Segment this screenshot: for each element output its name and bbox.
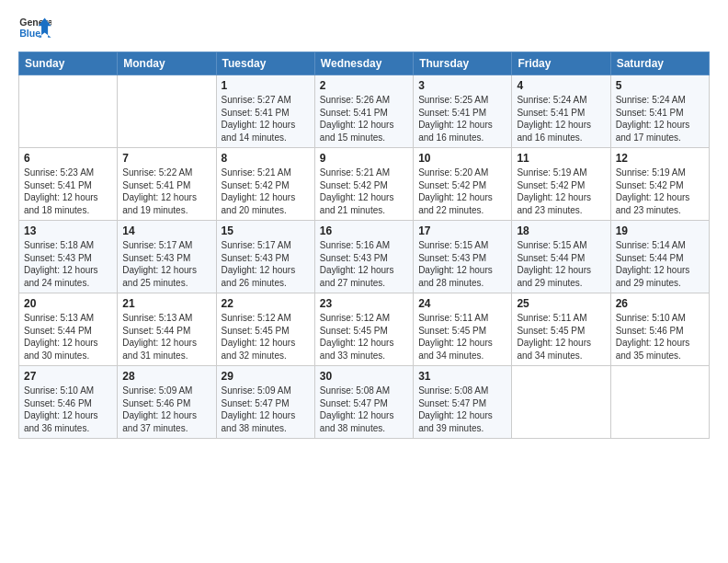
calendar-cell: 19Sunrise: 5:14 AM Sunset: 5:44 PM Dayli…: [610, 221, 709, 293]
calendar-cell: [512, 366, 610, 439]
calendar-table: SundayMondayTuesdayWednesdayThursdayFrid…: [18, 52, 710, 439]
day-number: 7: [122, 152, 210, 165]
day-info: Sunrise: 5:19 AM Sunset: 5:42 PM Dayligh…: [517, 167, 605, 216]
day-number: 23: [320, 297, 408, 310]
day-number: 25: [517, 297, 605, 310]
day-info: Sunrise: 5:15 AM Sunset: 5:43 PM Dayligh…: [418, 239, 506, 289]
calendar-cell: 24Sunrise: 5:11 AM Sunset: 5:45 PM Dayli…: [414, 293, 512, 366]
day-number: 27: [24, 370, 112, 383]
day-info: Sunrise: 5:14 AM Sunset: 5:44 PM Dayligh…: [616, 239, 704, 289]
day-number: 14: [122, 224, 210, 237]
day-number: 16: [320, 224, 408, 237]
calendar-cell: 28Sunrise: 5:09 AM Sunset: 5:46 PM Dayli…: [118, 366, 216, 439]
day-info: Sunrise: 5:13 AM Sunset: 5:44 PM Dayligh…: [122, 312, 210, 362]
day-info: Sunrise: 5:10 AM Sunset: 5:46 PM Dayligh…: [24, 385, 112, 434]
day-number: 28: [122, 370, 210, 383]
day-number: 26: [616, 297, 704, 310]
day-number: 6: [24, 152, 112, 165]
calendar-cell: [19, 75, 118, 148]
calendar-week-row: 1Sunrise: 5:27 AM Sunset: 5:41 PM Daylig…: [19, 75, 710, 148]
calendar-header-row: SundayMondayTuesdayWednesdayThursdayFrid…: [19, 52, 710, 75]
day-number: 17: [418, 224, 506, 237]
day-info: Sunrise: 5:08 AM Sunset: 5:47 PM Dayligh…: [320, 385, 408, 434]
calendar-cell: 11Sunrise: 5:19 AM Sunset: 5:42 PM Dayli…: [512, 148, 610, 221]
day-info: Sunrise: 5:11 AM Sunset: 5:45 PM Dayligh…: [418, 312, 506, 362]
day-info: Sunrise: 5:22 AM Sunset: 5:41 PM Dayligh…: [122, 167, 210, 216]
day-info: Sunrise: 5:25 AM Sunset: 5:41 PM Dayligh…: [418, 94, 506, 144]
calendar-cell: 25Sunrise: 5:11 AM Sunset: 5:45 PM Dayli…: [512, 293, 610, 366]
day-number: 21: [122, 297, 210, 310]
calendar-cell: 20Sunrise: 5:13 AM Sunset: 5:44 PM Dayli…: [19, 293, 118, 366]
day-info: Sunrise: 5:20 AM Sunset: 5:42 PM Dayligh…: [418, 167, 506, 216]
day-info: Sunrise: 5:21 AM Sunset: 5:42 PM Dayligh…: [320, 167, 408, 216]
calendar-cell: 1Sunrise: 5:27 AM Sunset: 5:41 PM Daylig…: [216, 75, 314, 148]
day-info: Sunrise: 5:19 AM Sunset: 5:42 PM Dayligh…: [616, 167, 704, 216]
day-number: 11: [517, 152, 605, 165]
day-number: 12: [616, 152, 704, 165]
day-number: 19: [616, 224, 704, 237]
day-info: Sunrise: 5:18 AM Sunset: 5:43 PM Dayligh…: [24, 239, 112, 289]
calendar-cell: 4Sunrise: 5:24 AM Sunset: 5:41 PM Daylig…: [512, 75, 610, 148]
day-info: Sunrise: 5:26 AM Sunset: 5:41 PM Dayligh…: [320, 94, 408, 144]
calendar-cell: 21Sunrise: 5:13 AM Sunset: 5:44 PM Dayli…: [118, 293, 216, 366]
page: General Blue SundayMondayTuesdayWednesda…: [0, 0, 728, 563]
svg-text:Blue: Blue: [19, 28, 40, 39]
calendar-cell: 23Sunrise: 5:12 AM Sunset: 5:45 PM Dayli…: [314, 293, 413, 366]
calendar-week-row: 20Sunrise: 5:13 AM Sunset: 5:44 PM Dayli…: [19, 293, 710, 366]
day-info: Sunrise: 5:17 AM Sunset: 5:43 PM Dayligh…: [222, 239, 310, 289]
calendar-cell: 30Sunrise: 5:08 AM Sunset: 5:47 PM Dayli…: [314, 366, 413, 439]
calendar-cell: 31Sunrise: 5:08 AM Sunset: 5:47 PM Dayli…: [414, 366, 512, 439]
calendar-cell: 5Sunrise: 5:24 AM Sunset: 5:41 PM Daylig…: [610, 75, 709, 148]
calendar-cell: 6Sunrise: 5:23 AM Sunset: 5:41 PM Daylig…: [19, 148, 118, 221]
day-number: 20: [24, 297, 112, 310]
calendar-cell: 12Sunrise: 5:19 AM Sunset: 5:42 PM Dayli…: [610, 148, 709, 221]
day-info: Sunrise: 5:16 AM Sunset: 5:43 PM Dayligh…: [320, 239, 408, 289]
calendar-cell: 27Sunrise: 5:10 AM Sunset: 5:46 PM Dayli…: [19, 366, 118, 439]
calendar-header-friday: Friday: [512, 52, 610, 75]
day-number: 5: [616, 79, 704, 92]
day-info: Sunrise: 5:13 AM Sunset: 5:44 PM Dayligh…: [24, 312, 112, 362]
day-info: Sunrise: 5:09 AM Sunset: 5:47 PM Dayligh…: [222, 385, 310, 434]
day-number: 8: [222, 152, 310, 165]
calendar-cell: 17Sunrise: 5:15 AM Sunset: 5:43 PM Dayli…: [414, 221, 512, 293]
calendar-header-sunday: Sunday: [19, 52, 118, 75]
calendar-cell: 14Sunrise: 5:17 AM Sunset: 5:43 PM Dayli…: [118, 221, 216, 293]
day-number: 24: [418, 297, 506, 310]
day-number: 30: [320, 370, 408, 383]
day-number: 4: [517, 79, 605, 92]
day-info: Sunrise: 5:11 AM Sunset: 5:45 PM Dayligh…: [517, 312, 605, 362]
day-info: Sunrise: 5:24 AM Sunset: 5:41 PM Dayligh…: [517, 94, 605, 144]
day-number: 3: [418, 79, 506, 92]
calendar-cell: 16Sunrise: 5:16 AM Sunset: 5:43 PM Dayli…: [314, 221, 413, 293]
calendar-cell: 10Sunrise: 5:20 AM Sunset: 5:42 PM Dayli…: [414, 148, 512, 221]
calendar-header-thursday: Thursday: [414, 52, 512, 75]
day-info: Sunrise: 5:17 AM Sunset: 5:43 PM Dayligh…: [122, 239, 210, 289]
calendar-cell: 18Sunrise: 5:15 AM Sunset: 5:44 PM Dayli…: [512, 221, 610, 293]
logo-icon: General Blue: [18, 15, 51, 42]
calendar-cell: 3Sunrise: 5:25 AM Sunset: 5:41 PM Daylig…: [414, 75, 512, 148]
calendar-header-wednesday: Wednesday: [314, 52, 413, 75]
calendar-cell: 26Sunrise: 5:10 AM Sunset: 5:46 PM Dayli…: [610, 293, 709, 366]
day-info: Sunrise: 5:12 AM Sunset: 5:45 PM Dayligh…: [222, 312, 310, 362]
logo: General Blue: [18, 15, 51, 42]
calendar-cell: [610, 366, 709, 439]
header: General Blue: [18, 15, 710, 42]
calendar-cell: 22Sunrise: 5:12 AM Sunset: 5:45 PM Dayli…: [216, 293, 314, 366]
day-info: Sunrise: 5:21 AM Sunset: 5:42 PM Dayligh…: [222, 167, 310, 216]
day-info: Sunrise: 5:12 AM Sunset: 5:45 PM Dayligh…: [320, 312, 408, 362]
calendar-week-row: 27Sunrise: 5:10 AM Sunset: 5:46 PM Dayli…: [19, 366, 710, 439]
calendar-cell: 9Sunrise: 5:21 AM Sunset: 5:42 PM Daylig…: [314, 148, 413, 221]
calendar-header-saturday: Saturday: [610, 52, 709, 75]
calendar-cell: 15Sunrise: 5:17 AM Sunset: 5:43 PM Dayli…: [216, 221, 314, 293]
day-number: 29: [222, 370, 310, 383]
day-number: 10: [418, 152, 506, 165]
calendar-cell: 8Sunrise: 5:21 AM Sunset: 5:42 PM Daylig…: [216, 148, 314, 221]
day-number: 31: [418, 370, 506, 383]
calendar-cell: 29Sunrise: 5:09 AM Sunset: 5:47 PM Dayli…: [216, 366, 314, 439]
calendar-cell: [118, 75, 216, 148]
day-number: 9: [320, 152, 408, 165]
day-info: Sunrise: 5:15 AM Sunset: 5:44 PM Dayligh…: [517, 239, 605, 289]
day-number: 13: [24, 224, 112, 237]
day-number: 2: [320, 79, 408, 92]
calendar-header-monday: Monday: [118, 52, 216, 75]
